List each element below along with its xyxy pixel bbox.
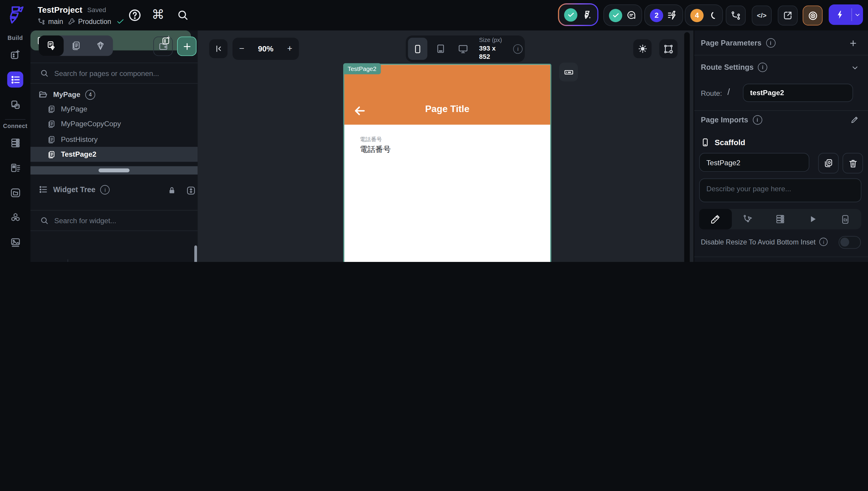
open-in-new-button[interactable]	[778, 6, 798, 25]
device-desktop-button[interactable]	[454, 37, 473, 60]
rail-item-files[interactable]	[7, 184, 23, 200]
app-bar-title[interactable]: Page Title	[344, 104, 550, 115]
flutterflow-logo[interactable]	[4, 4, 25, 25]
rail-item-components[interactable]	[7, 96, 23, 112]
disable-resize-row: Disable Resize To Avoid Bottom Inset i	[701, 238, 828, 246]
info-icon: i	[819, 238, 828, 246]
route-settings-header[interactable]: Route Settings i	[701, 63, 767, 72]
rail-item-app-details[interactable]	[7, 259, 23, 262]
tab-actions[interactable]	[732, 209, 764, 229]
tab-backend-query[interactable]	[764, 209, 797, 229]
folder-row-mypage[interactable]: MyPage 4	[30, 87, 197, 102]
zoom-in-button[interactable]: +	[287, 44, 292, 54]
widget-search[interactable]: Search for widget...	[30, 210, 197, 231]
tab-properties[interactable]	[699, 209, 732, 229]
page-row[interactable]: PostHistory	[30, 132, 197, 147]
inspector-tabs	[699, 209, 861, 229]
page-description-input[interactable]	[699, 178, 861, 202]
appbar-widget-chip[interactable]	[559, 63, 578, 82]
rail-item-database[interactable]	[7, 135, 23, 150]
add-parameter-button[interactable]: +	[850, 37, 857, 50]
rail-item-page-selector[interactable]	[7, 71, 23, 87]
canvas-settings-button[interactable]	[659, 39, 678, 58]
purple-count-badge: 2	[650, 8, 663, 22]
code-glyph: </>	[757, 11, 767, 19]
canvas[interactable]: − 90% + Size (px) 393 x 852 i	[197, 30, 693, 262]
status-pill-comments[interactable]	[603, 4, 642, 26]
check-circle-icon	[564, 8, 578, 21]
device-tablet-button[interactable]	[431, 37, 450, 60]
page-label: MyPageCopyCopy	[61, 120, 121, 128]
copy-page-button[interactable]	[818, 153, 838, 173]
environment-name[interactable]: Production	[78, 18, 111, 25]
command-menu-button[interactable]: ⌘	[152, 7, 164, 22]
rail-item-widget-palette[interactable]	[7, 47, 23, 62]
open-folder-icon	[38, 90, 48, 99]
page-icon	[47, 135, 56, 144]
widget-tree-header: Widget Tree i	[38, 184, 110, 195]
zoom-out-button[interactable]: −	[239, 44, 245, 54]
disable-resize-toggle[interactable]	[839, 236, 861, 249]
folder-label: MyPage	[53, 90, 80, 99]
page-row[interactable]: MyPage	[30, 102, 197, 116]
add-page-button[interactable]	[177, 37, 197, 56]
textfield-label: 電話番号	[360, 136, 382, 143]
info-icon: i	[752, 115, 762, 125]
crescent-icon	[707, 10, 717, 20]
light-mode-toggle-button[interactable]	[633, 39, 652, 58]
phone-preview[interactable]: Page Title 電話番号 電話番号	[343, 64, 551, 262]
lock-widget-button[interactable]	[167, 185, 177, 195]
rail-item-data-types[interactable]	[7, 160, 23, 176]
page-row-selected[interactable]: TestPage2	[30, 147, 197, 162]
tab-components[interactable]	[63, 35, 88, 56]
widget-tree-scrollbar[interactable]	[194, 246, 197, 262]
project-info: TestProject Saved main Production	[37, 5, 124, 25]
page-icon	[47, 119, 56, 128]
help-button[interactable]	[128, 8, 142, 22]
search-icon	[40, 68, 49, 78]
status-pill-branch-check[interactable]	[558, 3, 598, 26]
branch-icon	[37, 18, 45, 25]
status-pill-optimizations[interactable]: 4	[685, 4, 723, 26]
status-pill-actions[interactable]: 2	[644, 4, 683, 26]
lightning-list-icon	[667, 10, 678, 21]
branch-name[interactable]: main	[48, 18, 63, 25]
rail-item-integrations[interactable]	[7, 209, 23, 226]
size-value[interactable]: 393 x 852	[479, 44, 508, 61]
project-name: TestProject	[37, 5, 82, 15]
tab-pages[interactable]	[39, 35, 63, 56]
chevron-down-icon[interactable]	[851, 64, 859, 72]
tab-design-system[interactable]	[88, 35, 113, 56]
orange-count-badge: 4	[690, 8, 704, 22]
tab-animations[interactable]	[797, 209, 829, 229]
widget-tree-title: Widget Tree	[53, 185, 95, 194]
command-glyph: ⌘	[152, 7, 164, 22]
pages-search[interactable]: Search for pages or componen...	[30, 63, 197, 84]
rail-item-media-assets[interactable]	[7, 234, 23, 250]
device-phone-button[interactable]	[408, 37, 427, 60]
global-search-button[interactable]	[177, 9, 189, 21]
route-input[interactable]	[743, 84, 853, 102]
expand-collapse-tree-button[interactable]	[186, 185, 196, 196]
run-split-button[interactable]	[829, 4, 863, 25]
chat-bubble-icon	[626, 10, 637, 21]
run-options-chevron[interactable]	[852, 11, 863, 18]
branch-menu-button[interactable]	[726, 6, 745, 25]
edit-pencil-icon[interactable]	[850, 115, 859, 124]
run-bolt-icon[interactable]	[829, 10, 851, 20]
textfield-value[interactable]: 電話番号	[360, 145, 391, 154]
page-tag[interactable]: TestPage2	[343, 63, 381, 74]
page-name-input[interactable]	[699, 153, 809, 172]
top-bar: TestProject Saved main Production	[0, 0, 868, 31]
delete-page-button[interactable]	[843, 153, 863, 173]
code-view-button[interactable]: </>	[752, 6, 771, 25]
add-folder-button[interactable]	[153, 37, 173, 56]
zoom-level[interactable]: 90%	[258, 44, 274, 53]
info-icon: i	[758, 63, 767, 72]
panel-resize-handle[interactable]	[30, 166, 197, 174]
collapse-panel-button[interactable]	[209, 39, 228, 58]
canvas-scrollbar[interactable]	[684, 32, 690, 262]
preview-eye-button[interactable]	[803, 6, 823, 25]
page-row[interactable]: MyPageCopyCopy	[30, 116, 197, 132]
tab-page-files[interactable]	[829, 209, 862, 229]
